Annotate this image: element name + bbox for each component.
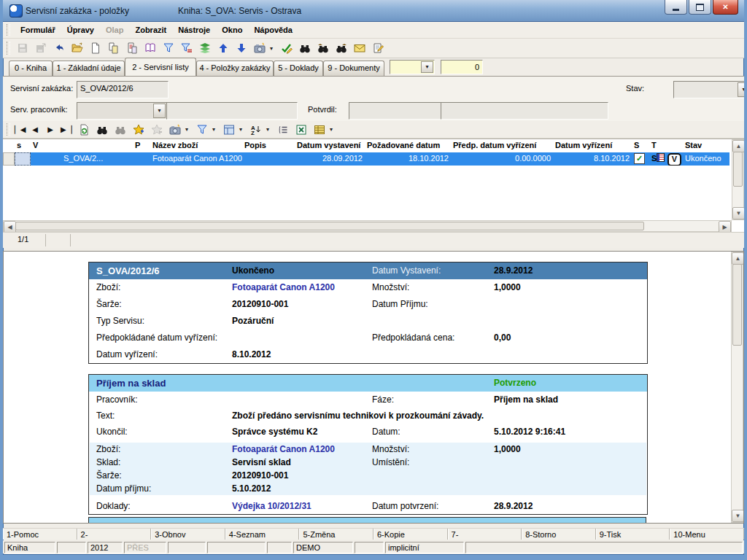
view-icon[interactable] [221,122,236,137]
col-popis[interactable]: Popis [242,139,295,152]
open-icon[interactable] [69,41,85,55]
row-selector-cell[interactable] [3,152,15,166]
fkey-10-menu[interactable]: 10-Menu [670,529,744,540]
col-s2[interactable]: S [632,139,649,152]
fkey-1-pomoc[interactable]: 1-Pomoc [3,529,77,540]
move-down-icon[interactable] [233,41,249,55]
snapshot-icon[interactable] [167,122,182,137]
filter-edit-icon[interactable] [179,41,194,55]
scroll-down-icon[interactable] [732,207,745,219]
chevron-down-icon[interactable] [738,82,747,97]
first-record-icon[interactable]: ▏◀ [15,125,25,133]
row-name-cell[interactable]: Fotoaparát Canon A1200 [150,152,242,166]
close-button[interactable]: ✕ [713,0,738,15]
fkey-4-seznam[interactable]: 4-Seznam [225,529,300,540]
move-up-icon[interactable] [215,41,231,55]
menu-nastroje[interactable]: Nástroje [172,22,216,39]
grid-toolbar-grip[interactable] [7,123,10,135]
stack-icon[interactable] [197,41,212,55]
sort-dropdown-icon[interactable] [266,126,273,133]
undo-icon[interactable] [51,41,66,55]
add-record-icon[interactable] [131,122,146,137]
filter-icon[interactable] [194,122,209,137]
tab-zakladni-udaje[interactable]: 1 - Základní údaje [53,61,125,76]
col-v[interactable]: V [31,139,61,152]
book-icon[interactable] [142,41,158,55]
fkey-2[interactable]: 2- [77,529,152,540]
menu-upravy[interactable]: Úpravy [61,22,100,39]
menu-grip[interactable] [7,24,10,35]
menu-zobrazit[interactable]: Zobrazit [129,22,172,39]
order-field[interactable]: S_OVA/2012/6 [77,81,169,98]
row-focus-cell[interactable] [15,152,31,166]
scroll-up-icon[interactable] [732,252,744,265]
view-dropdown-icon[interactable] [239,126,246,133]
find-icon[interactable] [94,122,109,137]
menu-formular[interactable]: Formulář [15,22,61,39]
tab-servisni-listy[interactable]: 2 - Servisní listy [125,58,196,76]
worker-combobox[interactable] [77,102,167,120]
minimize-button[interactable] [665,0,687,15]
title-bar[interactable]: Servisní zakázka - položky Kniha: S_OVA:… [3,0,744,22]
grid-hscroll-thumb[interactable] [15,222,644,230]
goods-link[interactable]: Fotoaparát Canon A1200 [232,279,335,296]
tab-doklady[interactable]: 5 - Doklady [274,61,323,76]
confirm-icon[interactable] [279,41,294,55]
grid-vscrollbar[interactable] [732,139,744,220]
snapshot-dropdown-icon[interactable] [270,45,276,52]
report-icon[interactable] [311,122,327,137]
confirmed-name-field[interactable] [441,102,608,120]
tab-dokumenty[interactable]: 9 - Dokumenty [323,61,384,76]
record-counter-field[interactable]: 0 [441,60,483,74]
numbering-icon[interactable] [275,122,290,137]
mail-icon[interactable] [352,41,367,55]
fkey-9-tisk[interactable]: 9-Tisk [596,529,670,540]
fkey-5-zmena[interactable]: 5-Změna [299,529,374,540]
menu-napoveda[interactable]: Nápověda [248,22,298,39]
worker-name-field[interactable] [166,102,298,120]
row-state-cell[interactable]: Ukončeno [683,152,729,166]
copy-icon[interactable] [106,41,121,55]
row-v-cell[interactable] [31,152,61,166]
sort-icon[interactable]: AZ [248,122,263,137]
col-t[interactable]: T [649,139,665,152]
chevron-down-icon[interactable] [153,104,166,118]
quick-filter-combobox[interactable] [390,60,435,74]
report-dropdown-icon[interactable] [330,126,336,133]
fkey-6-kopie[interactable]: 6-Kopie [374,529,448,540]
fkey-7[interactable]: 7- [448,529,522,540]
scroll-up-icon[interactable] [732,140,745,152]
col-nazev-zbozi[interactable]: Název zboží [150,139,242,152]
new-icon[interactable] [88,41,103,55]
row-number-cell[interactable]: S_OVA/2... [61,152,133,166]
find-record-icon[interactable] [315,41,330,55]
filter-icon[interactable] [160,41,176,55]
menu-okno[interactable]: Okno [216,22,248,39]
col-v2[interactable] [665,139,683,152]
table-row[interactable]: S_OVA/2... Fotoaparát Canon A1200 28.09.… [3,152,729,166]
grid-hscrollbar[interactable] [3,220,732,232]
state-combobox[interactable] [673,81,747,98]
row-issued-cell[interactable]: 28.09.2012 [295,152,365,166]
confirmed-by-field[interactable] [349,102,444,120]
col-stav[interactable]: Stav [683,139,729,152]
col-predp-datum[interactable]: Předp. datum vyřízení [451,139,553,152]
note-icon[interactable] [370,41,385,55]
row-t-cell[interactable]: S [649,152,665,166]
filter-dropdown-icon[interactable] [212,126,219,133]
find-icon[interactable] [297,41,312,55]
report-vscrollbar[interactable] [731,252,743,523]
refresh-icon[interactable] [76,122,91,137]
row-v2-cell[interactable]: V [665,152,683,166]
excel-icon[interactable] [293,122,309,137]
find-next-icon[interactable] [333,41,349,55]
toolbar-grip[interactable] [7,42,10,55]
previous-record-icon[interactable]: ◀ [30,125,40,133]
row-requested-cell[interactable]: 18.10.2012 [365,152,451,166]
fkey-8-storno[interactable]: 8-Storno [522,529,596,540]
scroll-down-icon[interactable] [732,510,744,522]
restore-button[interactable] [689,0,711,15]
row-s-cell[interactable] [632,152,649,166]
col-selector[interactable] [3,139,15,152]
col-p[interactable]: P [133,139,150,152]
